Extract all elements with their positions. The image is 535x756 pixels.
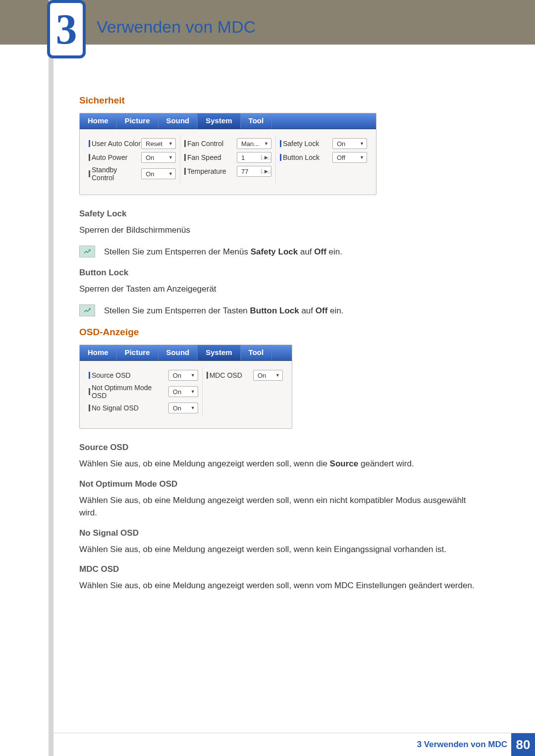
note-button-lock: Stellen Sie zum Entsperren der Tasten Bu… — [79, 304, 481, 317]
chapter-title: Verwenden von MDC — [97, 17, 256, 37]
tab-tool[interactable]: Tool — [241, 345, 272, 360]
tab-home[interactable]: Home — [80, 345, 117, 360]
dd-source-osd[interactable]: On▼ — [168, 370, 198, 381]
tab-home[interactable]: Home — [80, 113, 117, 129]
label-no-signal-osd: No Signal OSD — [92, 404, 139, 412]
tab-picture[interactable]: Picture — [117, 345, 159, 360]
spinner-arrow-icon[interactable]: ▶ — [261, 155, 271, 160]
dd-auto-power[interactable]: On▼ — [141, 152, 176, 163]
chevron-down-icon: ▼ — [191, 389, 195, 394]
tab-sound[interactable]: Sound — [159, 345, 198, 360]
dd-button-lock[interactable]: Off▼ — [332, 152, 367, 163]
footer-text: 3 Verwenden von MDC — [417, 740, 507, 750]
chevron-down-icon: ▼ — [275, 373, 280, 378]
chapter-badge: 3 — [47, 0, 86, 58]
footer: 3 Verwenden von MDC 80 — [46, 733, 535, 756]
chevron-down-icon: ▼ — [191, 373, 195, 378]
h-safety-lock: Safety Lock — [79, 209, 481, 219]
tab-tool[interactable]: Tool — [241, 113, 272, 129]
dd-not-optimum-osd[interactable]: On▼ — [168, 386, 198, 397]
spinner-arrow-icon[interactable]: ▶ — [261, 169, 271, 174]
label-standby-control: Standby Control — [92, 166, 141, 182]
h-mdc-osd: MDC OSD — [79, 564, 481, 574]
dd-mdc-osd[interactable]: On▼ — [253, 370, 283, 381]
label-button-lock: Button Lock — [283, 153, 320, 161]
p-safety-lock: Sperren der Bildschirmmenüs — [79, 224, 481, 237]
dd-standby-control[interactable]: On▼ — [141, 168, 176, 179]
section-osd-anzeige: OSD-Anzeige — [79, 327, 481, 338]
spin-fan-speed[interactable]: 1▶ — [237, 152, 271, 163]
h-source-osd: Source OSD — [79, 443, 481, 453]
label-safety-lock: Safety Lock — [283, 140, 319, 148]
p-button-lock: Sperren der Tasten am Anzeigegerät — [79, 283, 481, 296]
note-safety-lock: Stellen Sie zum Entsperren der Menüs Saf… — [79, 246, 481, 258]
note-icon — [79, 304, 95, 316]
chevron-down-icon: ▼ — [191, 405, 195, 410]
dd-no-signal-osd[interactable]: On▼ — [168, 403, 198, 413]
label-fan-control: Fan Control — [187, 140, 223, 148]
dd-safety-lock[interactable]: On▼ — [332, 138, 367, 149]
page-number: 80 — [511, 733, 535, 756]
p-no-signal: Wählen Sie aus, ob eine Meldung angezeig… — [79, 543, 481, 556]
chevron-down-icon: ▼ — [360, 141, 364, 146]
h-no-signal: No Signal OSD — [79, 528, 481, 538]
spin-temperature[interactable]: 77▶ — [237, 166, 271, 177]
chevron-down-icon: ▼ — [168, 155, 173, 160]
sidebar-stripe — [49, 0, 54, 756]
tab-sound[interactable]: Sound — [159, 113, 198, 129]
chapter-number: 3 — [56, 4, 77, 54]
label-mdc-osd: MDC OSD — [210, 371, 242, 379]
dd-user-auto-color[interactable]: Reset▼ — [141, 138, 176, 149]
p-not-optimum: Wählen Sie aus, ob eine Meldung angezeig… — [79, 494, 481, 519]
osd-panel: Home Picture Sound System Tool Source OS… — [79, 345, 292, 429]
chevron-down-icon: ▼ — [360, 155, 364, 160]
p-mdc-osd: Wählen Sie aus, ob eine Meldung angezeig… — [79, 579, 481, 592]
chevron-down-icon: ▼ — [168, 141, 173, 146]
tab-system[interactable]: System — [198, 345, 240, 360]
section-sicherheit: Sicherheit — [79, 95, 481, 106]
sicherheit-panel: Home Picture Sound System Tool User Auto… — [79, 113, 376, 195]
note-icon — [79, 246, 95, 257]
h-not-optimum: Not Optimum Mode OSD — [79, 479, 481, 489]
page-content: Sicherheit Home Picture Sound System Too… — [79, 95, 481, 601]
tab-bar: Home Picture Sound System Tool — [80, 345, 292, 361]
label-auto-power: Auto Power — [92, 153, 127, 161]
p-source-osd: Wählen Sie aus, ob eine Meldung angezeig… — [79, 457, 481, 470]
label-not-optimum-osd: Not Optimum Mode OSD — [92, 384, 168, 400]
tab-system[interactable]: System — [198, 113, 240, 129]
dd-fan-control[interactable]: Man...▼ — [237, 138, 271, 149]
tab-picture[interactable]: Picture — [117, 113, 159, 129]
label-temperature: Temperature — [187, 167, 226, 175]
chevron-down-icon: ▼ — [264, 141, 268, 146]
h-button-lock: Button Lock — [79, 268, 481, 278]
label-source-osd: Source OSD — [92, 371, 131, 379]
chevron-down-icon: ▼ — [168, 171, 173, 176]
label-fan-speed: Fan Speed — [187, 153, 221, 161]
label-user-auto-color: User Auto Color — [92, 140, 141, 148]
tab-bar: Home Picture Sound System Tool — [80, 113, 376, 129]
